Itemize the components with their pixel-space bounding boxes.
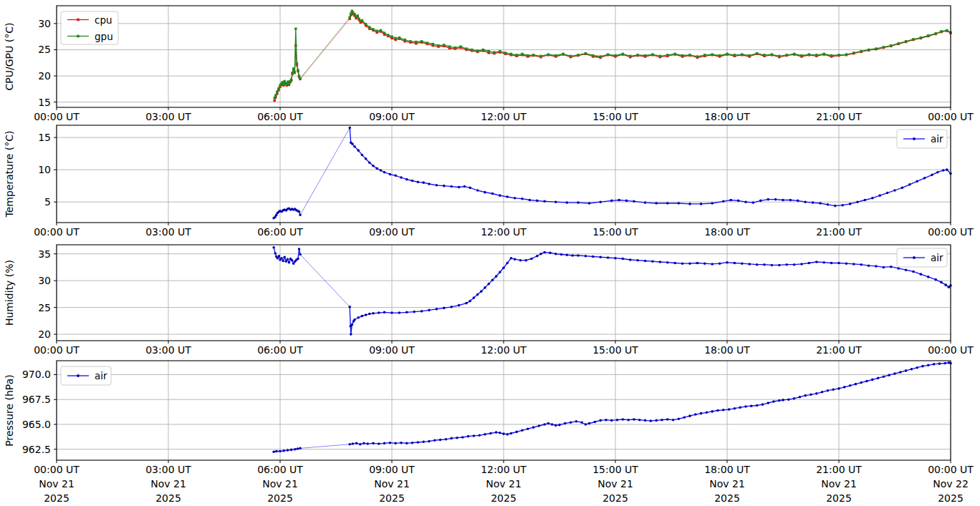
x-year-label: 2025 [938, 492, 964, 504]
x-tick-label: 03:00 UT [145, 464, 191, 475]
x-tick-label: 18:00 UT [704, 111, 750, 122]
y-tick-label: 10 [38, 164, 51, 175]
y-axis-label: Humidity (%) [4, 260, 15, 326]
x-tick-label: 00:00 UT [34, 111, 80, 122]
y-tick-label: 962.5 [22, 444, 51, 455]
tick-marks [54, 374, 951, 463]
x-tick-label: 15:00 UT [592, 226, 638, 238]
y-tick-label: 965.0 [22, 419, 51, 430]
series-air [272, 246, 951, 336]
x-tick-label: 09:00 UT [369, 464, 415, 475]
legend-label: air [931, 133, 943, 145]
x-tick-label: 09:00 UT [369, 344, 415, 356]
legend: air [61, 366, 111, 385]
x-tick-label: 00:00 UT [34, 226, 80, 238]
x-date-label: Nov 21 [709, 478, 745, 490]
x-year-label: 2025 [155, 492, 181, 504]
tick-marks [54, 254, 951, 344]
y-axis-label: CPU/GPU (°C) [4, 23, 15, 91]
x-tick-label: 09:00 UT [369, 111, 415, 122]
legend: air [897, 130, 947, 148]
tick-marks [54, 24, 951, 110]
x-date-label: Nov 21 [597, 478, 633, 490]
y-tick-label: 5 [44, 196, 51, 208]
x-tick-label: 12:00 UT [481, 344, 527, 356]
tick-marks [54, 137, 951, 225]
x-tick-label: 00:00 UT [34, 464, 80, 475]
y-tick-label: 20 [38, 329, 51, 340]
y-tick-label: 970.0 [22, 369, 51, 380]
y-tick-label: 15 [38, 132, 51, 143]
x-tick-label: 18:00 UT [704, 226, 750, 238]
legend-label: gpu [95, 31, 113, 42]
gridlines [57, 361, 951, 460]
x-tick-label: 06:00 UT [257, 464, 303, 475]
x-date-label: Nov 21 [821, 478, 857, 490]
x-tick-label: 15:00 UT [592, 111, 638, 122]
y-tick-label: 967.5 [22, 394, 51, 405]
x-tick-label: 03:00 UT [145, 226, 191, 238]
x-date-label: Nov 21 [486, 478, 522, 490]
legend-label: air [95, 370, 107, 381]
series-air [272, 361, 951, 453]
x-tick-label: 06:00 UT [257, 344, 303, 356]
x-year-label: 2025 [714, 492, 740, 504]
x-tick-label: 00:00 UT [928, 464, 974, 475]
x-date-label: Nov 21 [262, 478, 298, 490]
x-year-label: 2025 [267, 492, 293, 504]
panel-cpu-gpu-c: 1520253000:00 UT03:00 UT06:00 UT09:00 UT… [4, 6, 974, 122]
y-tick-label: 25 [38, 302, 51, 313]
y-tick-label: 35 [38, 248, 51, 260]
gridlines [57, 245, 951, 341]
panel-humidity: 2025303500:00 UT03:00 UT06:00 UT09:00 UT… [4, 245, 974, 356]
multi-panel-chart: 1520253000:00 UT03:00 UT06:00 UT09:00 UT… [0, 0, 980, 506]
series-cpu [274, 11, 952, 102]
legend: air [897, 248, 947, 267]
series-air [272, 127, 951, 220]
x-date-label: Nov 22 [933, 478, 969, 490]
x-tick-label: 06:00 UT [257, 111, 303, 122]
x-date-label: Nov 21 [374, 478, 410, 490]
x-tick-label: 03:00 UT [145, 344, 191, 356]
panel-temperature-c: 5101500:00 UT03:00 UT06:00 UT09:00 UT12:… [4, 125, 974, 238]
x-tick-label: 15:00 UT [592, 464, 638, 475]
legend: cpugpu [61, 11, 118, 44]
y-tick-label: 15 [38, 97, 51, 108]
y-tick-label: 25 [38, 44, 51, 55]
x-tick-label: 00:00 UT [34, 344, 80, 356]
x-tick-label: 00:00 UT [928, 226, 974, 238]
x-tick-label: 21:00 UT [816, 464, 862, 475]
y-tick-label: 30 [38, 18, 51, 29]
x-year-label: 2025 [379, 492, 405, 504]
legend-label: air [931, 252, 943, 263]
weather-monitor-figure: 1520253000:00 UT03:00 UT06:00 UT09:00 UT… [0, 0, 980, 506]
x-tick-label: 12:00 UT [481, 226, 527, 238]
x-tick-label: 12:00 UT [481, 111, 527, 122]
gridlines [57, 125, 951, 223]
x-tick-label: 21:00 UT [816, 111, 862, 122]
y-axis-label: Temperature (°C) [4, 131, 15, 218]
x-date-label: Nov 21 [150, 478, 186, 490]
x-tick-label: 06:00 UT [257, 226, 303, 238]
x-tick-label: 21:00 UT [816, 226, 862, 238]
x-year-label: 2025 [491, 492, 517, 504]
x-tick-label: 15:00 UT [592, 344, 638, 356]
x-tick-label: 00:00 UT [928, 344, 974, 356]
x-tick-label: 18:00 UT [704, 344, 750, 356]
x-tick-label: 12:00 UT [481, 464, 527, 475]
y-axis-label: Pressure (hPa) [4, 374, 15, 446]
x-year-label: 2025 [602, 492, 628, 504]
x-tick-label: 21:00 UT [816, 344, 862, 356]
x-year-label: 2025 [826, 492, 852, 504]
panel-pressure-hpa: 962.5965.0967.5970.000:00 UT03:00 UT06:0… [4, 361, 974, 504]
x-tick-label: 09:00 UT [369, 226, 415, 238]
x-year-label: 2025 [44, 492, 69, 504]
legend-label: cpu [95, 14, 112, 26]
x-tick-label: 00:00 UT [928, 111, 974, 122]
x-tick-label: 18:00 UT [704, 464, 750, 475]
x-date-label: Nov 21 [39, 478, 75, 490]
y-tick-label: 30 [38, 275, 51, 286]
y-tick-label: 20 [38, 70, 51, 82]
x-tick-label: 03:00 UT [145, 111, 191, 122]
